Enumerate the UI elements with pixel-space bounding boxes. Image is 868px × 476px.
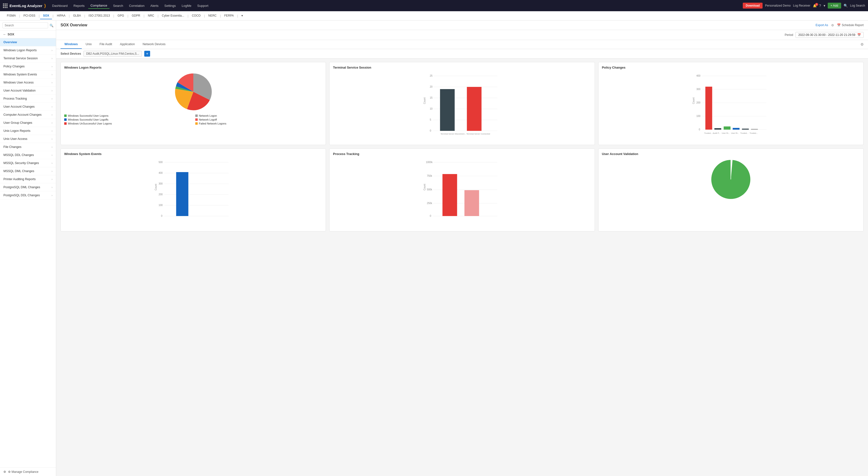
sidebar-item-postgresql-dml[interactable]: PostgreSQL DML Changes ›	[0, 183, 56, 191]
add-button[interactable]: + Add	[828, 3, 841, 8]
legend-label: Windows Successful User Logons	[68, 114, 108, 117]
chevron-right-icon: ›	[52, 73, 53, 76]
calendar-picker-icon[interactable]: 📅	[857, 33, 861, 37]
sidebar-item-unix-logon[interactable]: Unix Logon Reports ›	[0, 127, 56, 135]
sidebar-back-button[interactable]: ← SOX	[0, 31, 56, 38]
chevron-right-icon: ›	[52, 97, 53, 100]
sidebar-item-postgresql-ddl[interactable]: PostgreSQL DDL Changes ›	[0, 191, 56, 199]
sidebar-item-user-account-validation[interactable]: User Account Validation ›	[0, 87, 56, 95]
legend-failed-network: Failed Network Logons	[195, 122, 322, 125]
settings-icon[interactable]: ⚙	[831, 24, 834, 27]
sub-nav-gdpr[interactable]: GDPR	[129, 12, 143, 19]
sidebar-item-process-tracking[interactable]: Process Tracking ›	[0, 95, 56, 103]
sidebar-item-policy-changes[interactable]: Policy Changes ›	[0, 63, 56, 70]
sub-nav-glba[interactable]: GLBA	[70, 12, 84, 19]
view-tabs: Windows Unix File Audit Application Netw…	[56, 40, 868, 49]
nav-settings[interactable]: Settings	[162, 3, 178, 8]
tab-file-audit[interactable]: File Audit	[96, 40, 116, 49]
legend-network-logon: Network Logon	[195, 114, 322, 117]
legend-network-logoff: Network Logoff	[195, 118, 322, 121]
sidebar-item-label: MSSQL DML Changes	[3, 169, 34, 173]
sub-nav-sox[interactable]: SOX	[40, 12, 52, 19]
sub-nav-ferpa[interactable]: FERPA	[221, 12, 237, 19]
schedule-report-button[interactable]: 📅 Schedule Report	[837, 24, 864, 27]
svg-text:Terminal Server Connected: Terminal Server Connected	[466, 133, 490, 135]
tab-unix[interactable]: Unix	[82, 40, 96, 49]
sidebar-item-unix-user-access[interactable]: Unix User Access ›	[0, 135, 56, 143]
export-button[interactable]: Export As	[815, 24, 828, 27]
sidebar-item-label: MSSQL Security Changes	[3, 161, 39, 165]
user-account-pie	[602, 159, 860, 200]
sidebar-item-mssql-dml[interactable]: MSSQL DML Changes ›	[0, 167, 56, 175]
sub-nav-fisma[interactable]: FISMA	[4, 12, 19, 19]
tab-network-devices[interactable]: Network Devices	[138, 40, 169, 49]
sidebar-item-mssql-security[interactable]: MSSQL Security Changes ›	[0, 159, 56, 167]
sidebar-item-user-group-changes[interactable]: User Group Changes ›	[0, 119, 56, 127]
search-input[interactable]	[2, 23, 48, 28]
search-icon[interactable]: 🔍	[844, 4, 848, 7]
chevron-right-icon: ›	[52, 194, 53, 197]
tab-application[interactable]: Application	[116, 40, 138, 49]
help-icon[interactable]: ?	[819, 4, 821, 7]
sidebar-item-mssql-ddl[interactable]: MSSQL DDL Changes ›	[0, 151, 56, 159]
sub-nav-nrc[interactable]: NRC	[145, 12, 157, 19]
sub-nav-gpg[interactable]: GPG	[115, 12, 127, 19]
sub-nav-nerc[interactable]: NERC	[205, 12, 219, 19]
sub-nav-hipaa[interactable]: HIPAA	[54, 12, 68, 19]
user-icon[interactable]: ▾	[824, 4, 825, 7]
nav-dashboard[interactable]: Dashboard	[50, 3, 70, 8]
svg-text:Audit P...: Audit P...	[713, 132, 720, 134]
policy-changes-title: Policy Changes	[602, 66, 860, 69]
download-button[interactable]: Download	[743, 3, 763, 8]
top-navigation: Dashboard Reports Compliance Search Corr…	[50, 3, 739, 9]
legend-successful-logons: Windows Successful User Logons	[64, 114, 191, 117]
windows-logon-pie	[64, 72, 322, 111]
svg-rect-33	[751, 129, 758, 130]
sub-nav-iso27001[interactable]: ISO 27001:2013	[86, 12, 113, 19]
sidebar-item-printer-auditing[interactable]: Printer Auditing Reports ›	[0, 175, 56, 183]
sidebar: 🔍 ← SOX Overview Windows Logon Reports ›…	[0, 21, 56, 476]
tab-windows[interactable]: Windows	[61, 40, 82, 49]
sidebar-item-windows-user-access[interactable]: Windows User Access ›	[0, 78, 56, 87]
sub-nav-coco[interactable]: COCO	[189, 12, 204, 19]
sidebar-item-overview[interactable]: Overview	[0, 38, 56, 46]
svg-text:0: 0	[430, 215, 431, 217]
period-value-container[interactable]: 2022-09-30 21:30:00 - 2022-11-20 21:29:5…	[796, 32, 864, 38]
svg-rect-29	[714, 128, 721, 130]
svg-text:300: 300	[696, 88, 700, 91]
personalized-demo-link[interactable]: Personalized Demo	[765, 4, 790, 7]
log-search-link[interactable]: Log Search	[850, 4, 865, 7]
add-device-button[interactable]: +	[144, 51, 150, 57]
sidebar-item-windows-system[interactable]: Windows System Events ›	[0, 70, 56, 78]
sidebar-item-file-changes[interactable]: File Changes ›	[0, 143, 56, 151]
notification-bell[interactable]: 🔔1	[813, 4, 817, 7]
legend-dot	[195, 118, 198, 121]
manage-compliance-button[interactable]: ⚙ ⚙ Manage Compliance	[0, 468, 56, 476]
nav-logme[interactable]: LogMe	[179, 3, 194, 8]
tabs-settings-icon[interactable]: ⚙	[861, 42, 864, 46]
chevron-right-icon: ›	[52, 49, 53, 52]
nav-support[interactable]: Support	[195, 3, 211, 8]
sub-nav-cyberessentials[interactable]: Cyber Essentia...	[159, 12, 187, 19]
chevron-right-icon: ›	[52, 178, 53, 181]
nav-correlation[interactable]: Correlation	[126, 3, 147, 8]
sidebar-item-user-account-changes[interactable]: User Account Changes ›	[0, 103, 56, 111]
svg-rect-14	[467, 87, 482, 131]
sub-nav-pcidss[interactable]: PCI-DSS	[21, 12, 38, 19]
nav-search[interactable]: Search	[111, 3, 125, 8]
log-receiver-link[interactable]: Log Receiver	[793, 4, 810, 7]
nav-alerts[interactable]: Alerts	[148, 3, 161, 8]
chevron-right-icon: ›	[52, 65, 53, 68]
chevron-right-icon: ›	[52, 89, 53, 92]
legend-dot	[64, 115, 67, 117]
sub-nav-more[interactable]: ▾	[239, 12, 246, 19]
sidebar-item-terminal-service[interactable]: Terminal Service Session ›	[0, 55, 56, 63]
sidebar-item-computer-account-changes[interactable]: Computer Account Changes ›	[0, 111, 56, 119]
nav-compliance[interactable]: Compliance	[88, 3, 110, 9]
sidebar-item-windows-logon[interactable]: Windows Logon Reports ›	[0, 46, 56, 55]
nav-reports[interactable]: Reports	[71, 3, 87, 8]
selected-devices-value[interactable]: DB2 Audit,PGSQL,Linux FIM,Centos,S...	[84, 51, 142, 57]
svg-text:5: 5	[430, 118, 431, 121]
chevron-right-icon: ›	[52, 121, 53, 124]
pie-chart-svg	[174, 72, 213, 111]
